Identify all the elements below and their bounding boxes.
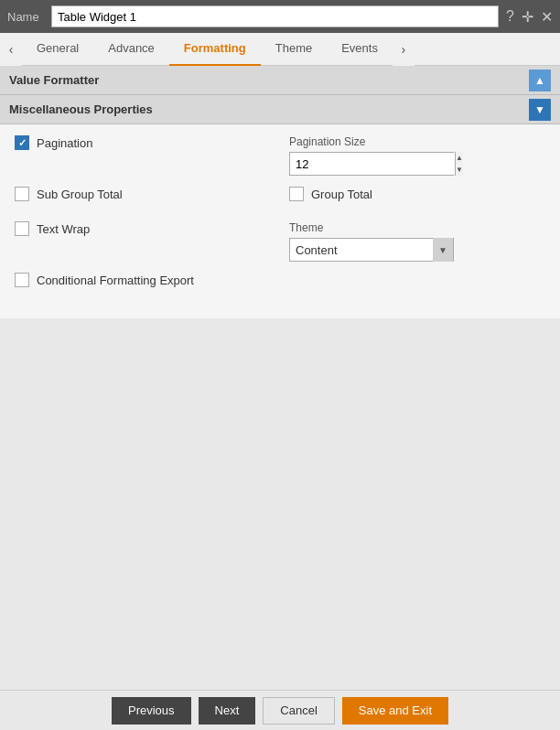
conditional-formatting-col: Conditional Formatting Export	[15, 273, 289, 296]
widget-name-input[interactable]	[51, 5, 499, 27]
value-formatter-collapse-btn[interactable]: ▲	[529, 70, 551, 91]
theme-dropdown-arrow-icon: ▼	[433, 238, 453, 262]
value-formatter-label: Value Formatter	[9, 73, 99, 87]
move-icon[interactable]: ✛	[522, 8, 533, 26]
tab-prev-btn[interactable]: ‹	[0, 33, 22, 66]
misc-properties-label: Miscellaneous Properties	[9, 102, 153, 116]
form-row-textwrap-theme: Text Wrap Theme Content ▼	[15, 221, 545, 262]
previous-button[interactable]: Previous	[112, 697, 191, 725]
form-content: Pagination Pagination Size ▲ ▼ Sub Group…	[0, 124, 560, 318]
tab-next-btn[interactable]: ›	[393, 33, 415, 66]
sub-group-total-row: Sub Group Total	[15, 187, 289, 201]
tab-formatting[interactable]: Formatting	[169, 33, 261, 66]
spinner-up-btn[interactable]: ▲	[456, 152, 463, 164]
bottom-bar: Previous Next Cancel Save and Exit	[0, 690, 560, 730]
pagination-size-col: Pagination Size ▲ ▼	[289, 135, 545, 176]
group-total-checkbox[interactable]	[289, 187, 304, 201]
pagination-size-field[interactable]: ▲ ▼	[289, 152, 454, 176]
conditional-formatting-row: Conditional Formatting Export	[15, 273, 289, 287]
theme-label: Theme	[289, 221, 545, 234]
tab-bar: ‹ General Advance Formatting Theme Event…	[0, 33, 560, 66]
misc-properties-collapse-btn[interactable]: ▼	[529, 99, 551, 121]
pagination-checkbox-row: Pagination	[15, 135, 289, 150]
next-button[interactable]: Next	[199, 697, 256, 725]
conditional-formatting-checkbox[interactable]	[15, 273, 29, 287]
pagination-size-input[interactable]	[290, 153, 455, 175]
tab-general[interactable]: General	[22, 33, 93, 66]
form-row-group-totals: Sub Group Total Group Total	[15, 187, 545, 210]
theme-dropdown[interactable]: Content ▼	[289, 238, 454, 262]
name-label: Name	[7, 10, 44, 24]
close-icon[interactable]: ✕	[541, 8, 553, 26]
save-and-exit-button[interactable]: Save and Exit	[342, 697, 448, 725]
group-total-label: Group Total	[311, 188, 372, 201]
pagination-col: Pagination	[15, 135, 289, 159]
tab-theme[interactable]: Theme	[261, 33, 327, 66]
text-wrap-checkbox[interactable]	[15, 221, 29, 236]
cancel-button[interactable]: Cancel	[263, 697, 334, 725]
pagination-checkbox[interactable]	[15, 135, 29, 150]
group-total-col: Group Total	[289, 187, 545, 210]
form-row-conditional: Conditional Formatting Export	[15, 273, 545, 296]
sub-group-total-checkbox[interactable]	[15, 187, 29, 201]
pagination-size-spinner: ▲ ▼	[455, 152, 463, 176]
pagination-label: Pagination	[37, 136, 92, 150]
title-bar-icons: ? ✛ ✕	[506, 8, 553, 26]
theme-col: Theme Content ▼	[289, 221, 545, 262]
theme-dropdown-value: Content	[290, 243, 433, 257]
form-row-pagination: Pagination Pagination Size ▲ ▼	[15, 135, 545, 176]
help-icon[interactable]: ?	[506, 8, 514, 26]
value-formatter-section-header: Value Formatter ▲	[0, 66, 560, 95]
group-total-row: Group Total	[289, 187, 545, 201]
conditional-formatting-label: Conditional Formatting Export	[37, 274, 194, 287]
title-bar: Name ? ✛ ✕	[0, 0, 560, 33]
misc-properties-section-header: Miscellaneous Properties ▼	[0, 95, 560, 124]
tab-advance[interactable]: Advance	[93, 33, 169, 66]
spinner-down-btn[interactable]: ▼	[456, 164, 463, 176]
text-wrap-label: Text Wrap	[37, 222, 90, 236]
sub-group-total-col: Sub Group Total	[15, 187, 289, 210]
text-wrap-row: Text Wrap	[15, 221, 289, 236]
pagination-size-label: Pagination Size	[289, 135, 545, 148]
text-wrap-col: Text Wrap	[15, 221, 289, 245]
tab-events[interactable]: Events	[327, 33, 393, 66]
sub-group-total-label: Sub Group Total	[37, 188, 123, 201]
